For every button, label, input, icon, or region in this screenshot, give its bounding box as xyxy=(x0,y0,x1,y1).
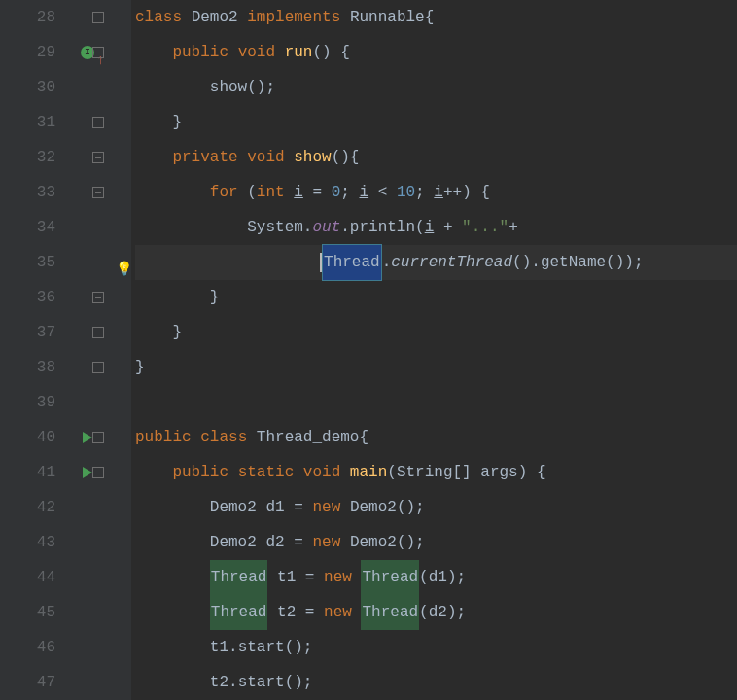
line-number[interactable]: 34 xyxy=(0,210,55,245)
run-gutter-icon[interactable] xyxy=(83,432,92,443)
code-text-area[interactable]: class Demo2 implements Runnable{ public … xyxy=(131,0,737,700)
code-line[interactable]: class Demo2 implements Runnable{ xyxy=(135,0,737,35)
line-number[interactable]: 42 xyxy=(0,490,55,525)
line-number[interactable]: 29 xyxy=(0,35,55,70)
line-number[interactable]: 28 xyxy=(0,0,55,35)
fold-toggle-icon[interactable] xyxy=(92,47,104,58)
fold-toggle-icon[interactable] xyxy=(92,187,104,198)
fold-toggle-icon[interactable] xyxy=(92,292,104,303)
intention-bulb-icon[interactable]: 💡 xyxy=(116,252,132,287)
code-line[interactable]: } xyxy=(135,280,737,315)
line-number[interactable]: 33 xyxy=(0,175,55,210)
code-line[interactable]: Demo2 d1 = new Demo2(); xyxy=(135,490,737,525)
fold-toggle-icon[interactable] xyxy=(92,152,104,163)
code-line[interactable]: t2.start(); xyxy=(135,665,737,700)
line-number[interactable]: 44 xyxy=(0,560,55,595)
code-line[interactable]: Demo2 d2 = new Demo2(); xyxy=(135,525,737,560)
code-line[interactable]: private void show(){ xyxy=(135,140,737,175)
fold-toggle-icon[interactable] xyxy=(92,432,104,443)
line-number-gutter: 28 29 30 31 32 33 34 35 36 37 38 39 40 4… xyxy=(0,0,73,700)
line-number[interactable]: 35 xyxy=(0,245,55,280)
fold-toggle-icon[interactable] xyxy=(92,117,104,128)
fold-toggle-icon[interactable] xyxy=(92,327,104,338)
code-line[interactable]: System.out.println(i + "..."+ xyxy=(135,210,737,245)
code-line[interactable]: Thread t1 = new Thread(d1); xyxy=(135,560,737,595)
code-line[interactable]: public static void main(String[] args) { xyxy=(135,455,737,490)
line-number[interactable]: 32 xyxy=(0,140,55,175)
fold-toggle-icon[interactable] xyxy=(92,12,104,23)
code-line[interactable]: } xyxy=(135,315,737,350)
line-number[interactable]: 36 xyxy=(0,280,55,315)
line-number[interactable]: 39 xyxy=(0,385,55,420)
line-number[interactable]: 47 xyxy=(0,665,55,700)
code-line[interactable]: } xyxy=(135,350,737,385)
line-number[interactable]: 40 xyxy=(0,420,55,455)
run-gutter-icon[interactable] xyxy=(83,467,92,478)
code-line[interactable]: for (int i = 0; i < 10; i++) { xyxy=(135,175,737,210)
line-number[interactable]: 31 xyxy=(0,105,55,140)
gutter-icon-area: I ↑ 💡 xyxy=(73,0,131,700)
code-editor: 28 29 30 31 32 33 34 35 36 37 38 39 40 4… xyxy=(0,0,737,700)
code-line-active[interactable]: Thread.currentThread().getName()); xyxy=(135,245,737,280)
fold-toggle-icon[interactable] xyxy=(92,362,104,373)
line-number[interactable]: 46 xyxy=(0,630,55,665)
code-line[interactable]: show(); xyxy=(135,70,737,105)
line-number[interactable]: 38 xyxy=(0,350,55,385)
line-number[interactable]: 30 xyxy=(0,70,55,105)
code-line[interactable] xyxy=(135,385,737,420)
code-line[interactable]: public void run() { xyxy=(135,35,737,70)
code-line[interactable]: Thread t2 = new Thread(d2); xyxy=(135,595,737,630)
line-number[interactable]: 45 xyxy=(0,595,55,630)
code-line[interactable]: } xyxy=(135,105,737,140)
line-number[interactable]: 43 xyxy=(0,525,55,560)
code-line[interactable]: public class Thread_demo{ xyxy=(135,420,737,455)
line-number[interactable]: 41 xyxy=(0,455,55,490)
fold-toggle-icon[interactable] xyxy=(92,467,104,478)
line-number[interactable]: 37 xyxy=(0,315,55,350)
code-line[interactable]: t1.start(); xyxy=(135,630,737,665)
